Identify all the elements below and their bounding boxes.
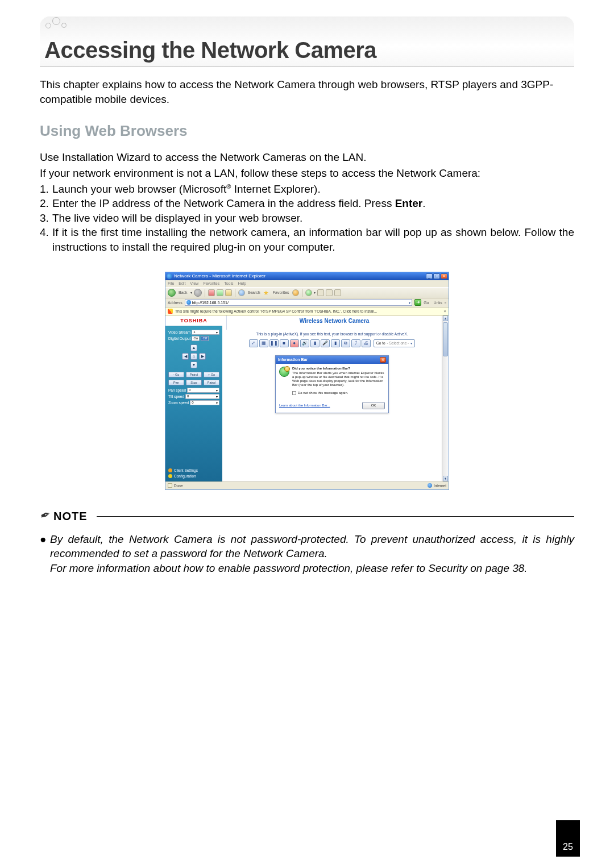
cam-btn-6[interactable]: 🔊: [300, 339, 309, 347]
note-more-text: For more information about how to enable…: [50, 562, 528, 574]
digital-output-label: Digital Output: [168, 337, 190, 340]
goto-select[interactable]: Go to - Select one - ▾: [374, 339, 416, 347]
decorative-bubbles-icon: [45, 17, 68, 31]
menu-help[interactable]: Help: [238, 281, 246, 285]
edit-icon[interactable]: [334, 289, 341, 296]
history-icon[interactable]: [305, 289, 312, 296]
camera-main-panel: Wireless Network Camera This is a plug-i…: [222, 315, 442, 481]
refresh-icon[interactable]: [217, 289, 223, 296]
infobar-close-icon[interactable]: ×: [443, 309, 446, 314]
ptz-left-button[interactable]: ◀: [182, 353, 189, 360]
dialog-body-text: The Information Bar alerts you when Inte…: [292, 371, 385, 388]
digital-output-off[interactable]: Off: [201, 336, 209, 341]
menu-file[interactable]: File: [168, 281, 174, 285]
zoom-speed-select[interactable]: 0▾: [190, 400, 219, 405]
cam-btn-5[interactable]: ●: [290, 339, 299, 347]
section-heading-using-web-browsers: Using Web Browsers: [40, 122, 574, 140]
back-label: Back: [179, 290, 188, 294]
preset-prev-button[interactable]: - Go: [168, 372, 184, 377]
address-input[interactable]: http://192.168.5.151/ ▾: [185, 299, 412, 306]
note-body: ● By default, the Network Camera is not …: [40, 532, 574, 576]
preset-next-button[interactable]: + Go: [204, 372, 219, 377]
step-1: Launch your web browser (Microsoft® Inte…: [52, 182, 574, 197]
media-icon[interactable]: [292, 289, 299, 296]
cam-btn-3[interactable]: ❚❚: [269, 339, 279, 347]
cam-btn-8[interactable]: 🎤: [321, 339, 330, 347]
ptz-right-button[interactable]: ▶: [199, 353, 206, 360]
dialog-close-button[interactable]: ×: [380, 357, 386, 363]
shield-icon: [168, 309, 173, 314]
patrol-button[interactable]: Patrol: [204, 380, 219, 385]
close-button[interactable]: ×: [441, 273, 447, 279]
ie-window-title: Network Camera - Microsoft Internet Expl…: [174, 273, 265, 279]
learn-more-link[interactable]: Learn about the Information Bar...: [279, 404, 330, 407]
info-icon: [279, 367, 289, 377]
information-bar-dialog: Information Bar × Did you notice the Inf…: [275, 355, 389, 413]
back-button[interactable]: [168, 289, 176, 297]
scroll-up-icon[interactable]: ▲: [443, 315, 448, 321]
page-number: 25: [556, 820, 580, 857]
gear-icon: [168, 468, 172, 472]
camera-control-row: ⤢ ▦ ❚❚ ■ ● 🔊 ▮ 🎤 ▮ ⧉ ⤴ 🖨 Go to: [227, 339, 437, 347]
cam-btn-10[interactable]: ⧉: [341, 339, 350, 347]
go-button[interactable]: ➜: [414, 299, 421, 306]
forward-button[interactable]: [194, 289, 202, 297]
status-page-icon: [168, 483, 172, 488]
pan-button[interactable]: Pan: [168, 380, 184, 385]
vertical-scrollbar[interactable]: ▲ ▼: [442, 315, 449, 481]
globe-icon: [428, 483, 432, 488]
step-4: If it is the first time installing the n…: [52, 225, 574, 254]
pan-speed-select[interactable]: 0▾: [187, 388, 219, 393]
cam-btn-9[interactable]: ▮: [331, 339, 340, 347]
camera-title: Wireless Network Camera: [231, 318, 437, 324]
security-zone: Internet: [434, 484, 446, 488]
menu-tools[interactable]: Tools: [224, 281, 233, 285]
maximize-button[interactable]: □: [433, 273, 440, 279]
menu-view[interactable]: View: [190, 281, 198, 285]
video-stream-label: Video Stream: [168, 330, 190, 334]
client-settings-link[interactable]: Client Settings: [168, 468, 219, 472]
search-icon[interactable]: [238, 289, 245, 296]
ptz-control: ▲ ▼ ◀ ▶ ⌂: [182, 344, 206, 368]
ptz-down-button[interactable]: ▼: [190, 362, 197, 368]
address-label: Address: [168, 301, 182, 305]
menu-edit[interactable]: Edit: [179, 281, 185, 285]
dialog-heading: Did you notice the Information Bar?: [292, 367, 385, 370]
scroll-down-icon[interactable]: ▼: [443, 476, 448, 481]
cam-btn-1[interactable]: ⤢: [249, 339, 258, 347]
cam-btn-12[interactable]: 🖨: [362, 339, 371, 347]
ptz-home-button[interactable]: ⌂: [190, 353, 197, 360]
favorites-label: Favorites: [273, 290, 289, 294]
ie-address-bar: Address http://192.168.5.151/ ▾ ➜ Go Lin…: [165, 298, 449, 308]
tilt-speed-select[interactable]: 0▾: [185, 394, 219, 399]
search-label: Search: [248, 290, 260, 294]
step-2: Enter the IP address of the Network Came…: [52, 196, 574, 211]
stop-button[interactable]: Stop: [186, 380, 202, 385]
configuration-link[interactable]: Configuration: [168, 474, 219, 478]
cam-btn-7[interactable]: ▮: [310, 339, 320, 347]
minimize-button[interactable]: _: [426, 273, 433, 279]
stop-icon[interactable]: [208, 289, 215, 296]
ptz-up-button[interactable]: ▲: [190, 344, 197, 351]
mail-icon[interactable]: [317, 289, 324, 296]
scroll-thumb[interactable]: [443, 322, 448, 356]
video-stream-select[interactable]: 1▾: [192, 330, 219, 335]
menu-favorites[interactable]: Favorites: [203, 281, 219, 285]
links-label[interactable]: Links: [433, 301, 442, 305]
ie-menu-bar: File Edit View Favorites Tools Help: [165, 280, 449, 287]
cam-btn-4[interactable]: ■: [280, 339, 289, 347]
camera-sidebar: TOSHIBA Video Stream 1▾ Digital Output O…: [165, 315, 222, 481]
preset-patrol-button[interactable]: Patrol: [186, 372, 202, 377]
cam-btn-11[interactable]: ⤴: [351, 339, 360, 347]
cam-btn-2[interactable]: ▦: [259, 339, 268, 347]
favorites-icon[interactable]: ★: [263, 289, 270, 296]
ok-button[interactable]: OK: [362, 402, 385, 409]
home-icon[interactable]: [225, 289, 232, 296]
chapter-title-band: Accessing the Network Camera: [40, 16, 574, 67]
dont-show-checkbox[interactable]: [292, 391, 296, 395]
ie-status-bar: Done Internet: [165, 481, 449, 489]
status-text: Done: [174, 484, 183, 488]
print-icon[interactable]: [326, 289, 333, 296]
ie-information-bar[interactable]: This site might require the following Ac…: [165, 308, 449, 315]
digital-output-on[interactable]: On: [192, 336, 200, 341]
